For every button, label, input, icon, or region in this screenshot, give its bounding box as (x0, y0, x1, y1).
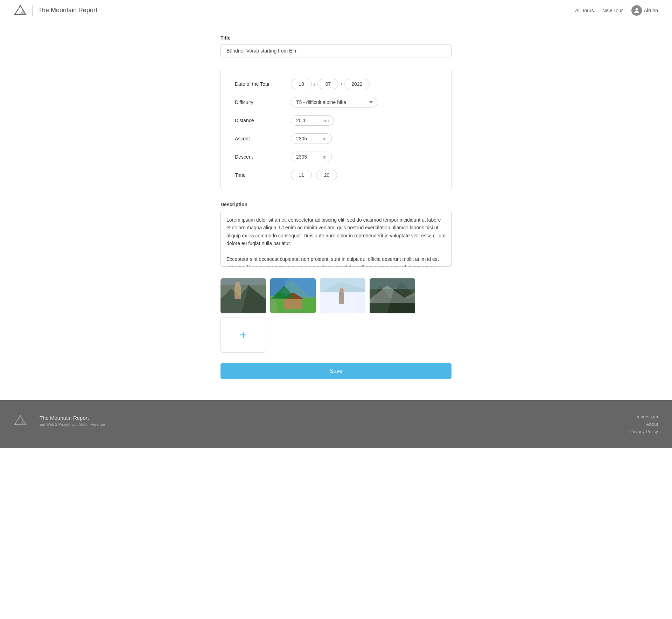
difficulty-row: Difficulty T1 - easy hiking T2 - mountai… (235, 97, 437, 107)
logo-divider (32, 5, 33, 16)
date-label: Date of the Tour (235, 81, 291, 87)
date-day-input[interactable] (291, 79, 312, 89)
header: The Mountain Report All Tours New Tour A… (0, 0, 672, 21)
nav-new-tour[interactable]: New Tour (602, 8, 623, 13)
date-inputs: / / (291, 79, 370, 89)
user-avatar-icon (631, 5, 642, 16)
header-logo: The Mountain Report (14, 4, 97, 17)
user-area: Alruhn (631, 5, 658, 16)
descent-label: Descent (235, 154, 291, 160)
image-thumb-1 (220, 278, 266, 313)
descent-row: Descent m (235, 152, 437, 162)
footer-logo: The Mountain Report Ein Web 2 Projekt vo… (14, 414, 105, 427)
svg-point-31 (18, 418, 20, 420)
header-nav: All Tours New Tour Alruhn (575, 5, 658, 16)
description-textarea[interactable]: Lorem ipsum dolor sit amet, consectetur … (220, 211, 451, 267)
date-sep-1: / (314, 81, 315, 87)
save-button[interactable]: Save (220, 363, 451, 379)
svg-rect-7 (234, 285, 241, 299)
title-label: Title (220, 35, 451, 41)
footer-link-about[interactable]: About (646, 422, 658, 427)
time-row: Time : (235, 170, 437, 180)
svg-rect-9 (220, 278, 266, 285)
svg-point-23 (340, 288, 344, 292)
header-app-title: The Mountain Report (38, 7, 97, 14)
time-inputs: : (291, 170, 337, 180)
ascent-label: Ascent (235, 136, 291, 141)
svg-rect-27 (370, 278, 415, 289)
ascent-row: Ascent m (235, 133, 437, 144)
title-section: Title (220, 35, 451, 68)
time-label: Time (235, 172, 291, 178)
nav-all-tours[interactable]: All Tours (575, 8, 594, 13)
date-year-input[interactable] (344, 79, 370, 89)
footer-mountain-icon (14, 414, 27, 427)
distance-wrap: km (291, 115, 334, 126)
images-row: + (220, 278, 451, 353)
distance-row: Distance km (235, 115, 437, 126)
ascent-unit: m (323, 134, 331, 144)
description-label: Description (220, 202, 451, 207)
difficulty-select[interactable]: T1 - easy hiking T2 - mountain hiking T3… (291, 97, 377, 107)
svg-marker-1 (20, 9, 27, 15)
title-input[interactable] (220, 44, 451, 57)
footer-link-privacy[interactable]: Privacy Policy (630, 429, 658, 434)
time-hours-input[interactable] (291, 170, 312, 180)
footer-text-wrap: The Mountain Report Ein Web 2 Projekt vo… (40, 415, 105, 426)
add-image-button[interactable]: + (220, 318, 266, 353)
tour-details-card: Date of the Tour / / Difficulty T1 - eas… (220, 68, 451, 191)
descent-unit: m (323, 152, 331, 162)
footer: The Mountain Report Ein Web 2 Projekt vo… (0, 400, 672, 448)
svg-point-2 (18, 8, 20, 9)
logo-mountain-icon (14, 4, 27, 17)
image-thumb-2 (270, 278, 316, 313)
main-content: Title Date of the Tour / / Difficulty T1… (214, 21, 458, 400)
footer-link-impressum[interactable]: Impressum (636, 414, 658, 419)
user-name: Alruhn (644, 8, 658, 13)
ascent-input[interactable] (291, 134, 323, 144)
add-image-icon: + (239, 329, 247, 341)
footer-links: Impressum About Privacy Policy (630, 414, 658, 434)
distance-input[interactable] (291, 116, 323, 125)
time-minutes-input[interactable] (316, 170, 337, 180)
date-row: Date of the Tour / / (235, 79, 437, 89)
svg-marker-30 (20, 419, 27, 425)
svg-rect-14 (284, 299, 302, 309)
image-thumb-4 (370, 278, 415, 313)
distance-unit: km (323, 116, 334, 125)
svg-rect-22 (339, 292, 344, 304)
ascent-wrap: m (291, 133, 332, 144)
distance-label: Distance (235, 118, 291, 123)
difficulty-label: Difficulty (235, 99, 291, 105)
footer-logo-divider (33, 414, 33, 427)
image-thumb-3 (320, 278, 365, 313)
svg-point-3 (635, 8, 638, 11)
date-sep-2: / (341, 81, 342, 87)
time-colon: : (313, 172, 315, 178)
descent-input[interactable] (291, 152, 323, 162)
footer-title: The Mountain Report (40, 415, 105, 421)
date-month-input[interactable] (317, 79, 338, 89)
footer-subtitle: Ein Web 2 Projekt von Alruhn Verenge (40, 422, 105, 426)
descent-wrap: m (291, 152, 332, 162)
description-section: Description Lorem ipsum dolor sit amet, … (220, 202, 451, 268)
